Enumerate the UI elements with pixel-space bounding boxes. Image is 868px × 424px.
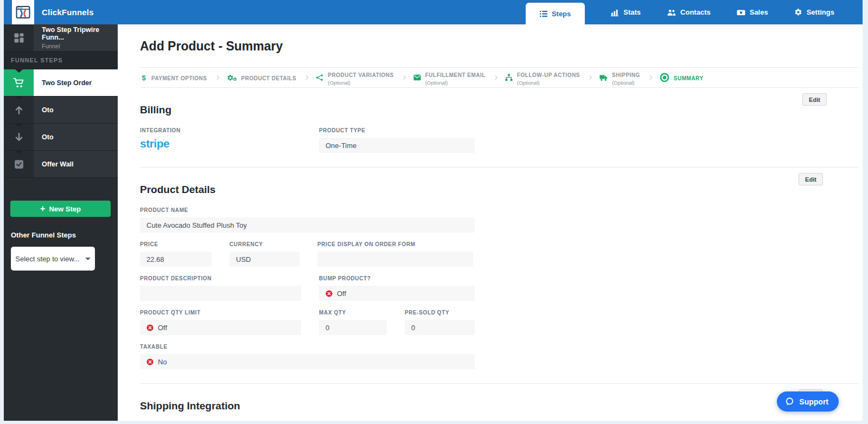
circle-x-icon xyxy=(326,290,333,297)
taxable-group: TAXABLE No xyxy=(140,344,475,369)
wizard-step-label: FOLLOW-UP ACTIONS xyxy=(517,72,580,78)
clickfunnels-logo-icon xyxy=(16,5,30,19)
status-text: Off xyxy=(158,324,167,332)
wizard-step-label: FULFILLMENT EMAIL xyxy=(425,72,486,78)
taxable-value: No xyxy=(140,354,475,369)
product-details-heading: Product Details xyxy=(140,184,859,196)
new-step-button[interactable]: + New Step xyxy=(10,201,111,217)
product-details-edit-button[interactable]: Edit xyxy=(799,173,823,185)
wizard-step-optional: (Optional) xyxy=(425,80,486,86)
product-type-value: One-Time xyxy=(319,138,475,153)
funnel-sidebar: Two Step Tripwire Funn... Funnel FUNNEL … xyxy=(4,24,118,421)
funnel-header[interactable]: Two Step Tripwire Funn... Funnel xyxy=(4,24,118,52)
wizard-step-label: PAYMENT OPTIONS xyxy=(151,75,207,81)
cart-icon xyxy=(13,78,25,88)
step-label: Oto xyxy=(34,124,118,150)
integration-label: INTEGRATION xyxy=(140,127,301,133)
qty-limit-value: Off xyxy=(140,320,301,335)
app-window: ClickFunnels Steps Stats xyxy=(4,0,863,421)
billing-edit-button[interactable]: Edit xyxy=(802,93,827,106)
status-text: No xyxy=(158,358,167,366)
step-select-dropdown[interactable]: Select step to view... xyxy=(11,247,95,271)
support-label: Support xyxy=(799,397,828,406)
grid-icon xyxy=(14,33,24,43)
product-type-group: PRODUCT TYPE One-Time xyxy=(319,127,475,153)
price-value: 22.68 xyxy=(140,252,212,267)
brand-title[interactable]: ClickFunnels xyxy=(42,8,94,17)
tab-label: Settings xyxy=(807,8,834,16)
tab-sales[interactable]: Sales xyxy=(737,8,768,16)
arrow-up-icon xyxy=(14,105,24,115)
gear-icon xyxy=(794,8,802,16)
sidebar-step-oto-1[interactable]: Oto xyxy=(4,97,118,124)
sitemap-icon xyxy=(505,74,513,81)
shipping-integration-section: Edit Shipping Integration INTEGRATION S … xyxy=(140,383,859,421)
taxable-label: TAXABLE xyxy=(140,344,475,350)
tab-steps[interactable]: Steps xyxy=(526,3,585,24)
other-funnel-steps-heading: Other Funnel Steps xyxy=(11,231,118,239)
circle-x-icon xyxy=(146,358,154,365)
presold-qty-group: PRE-SOLD QTY 0 xyxy=(405,310,475,335)
price-display-value xyxy=(317,252,473,267)
chevron-right-icon xyxy=(493,75,497,80)
wizard-step-follow-up-actions[interactable]: FOLLOW-UP ACTIONS (Optional) xyxy=(505,69,580,86)
price-display-label: PRICE DISPLAY ON ORDER FORM xyxy=(317,241,473,247)
wizard-step-optional: (Optional) xyxy=(612,80,640,86)
sidebar-step-two-step-order[interactable]: Two Step Order xyxy=(4,69,118,97)
max-qty-group: MAX QTY 0 xyxy=(319,310,387,335)
chart-icon xyxy=(611,9,619,16)
wizard-step-payment-options[interactable]: $ PAYMENT OPTIONS xyxy=(141,73,207,82)
tab-settings[interactable]: Settings xyxy=(794,8,834,16)
qty-limit-group: PRODUCT QTY LIMIT Off xyxy=(140,310,301,335)
main-content: Add Product - Summary $ PAYMENT OPTIONS … xyxy=(118,24,863,421)
wizard-step-summary[interactable]: SUMMARY xyxy=(660,73,704,82)
presold-qty-label: PRE-SOLD QTY xyxy=(405,310,475,316)
page-title: Add Product - Summary xyxy=(140,39,863,54)
people-icon xyxy=(667,9,676,16)
billing-heading: Billing xyxy=(140,104,863,116)
bump-product-value: Off xyxy=(319,286,475,301)
step-icon-cell xyxy=(4,151,34,177)
step-select-value: Select step to view... xyxy=(15,255,80,263)
circle-x-icon xyxy=(146,324,154,331)
step-icon-cell xyxy=(4,124,34,150)
gears-icon xyxy=(227,74,237,81)
funnel-title: Two Step Tripwire Funn... xyxy=(42,26,118,41)
sidebar-step-oto-2[interactable]: Oto xyxy=(4,124,118,151)
tab-stats[interactable]: Stats xyxy=(611,8,641,16)
stripe-logo: stripe xyxy=(140,138,301,149)
clickfunnels-logo[interactable] xyxy=(12,0,34,24)
tab-label: Steps xyxy=(552,10,571,18)
currency-label: CURRENCY xyxy=(229,241,299,247)
currency-value: USD xyxy=(229,252,299,267)
funnel-steps-heading: FUNNEL STEPS xyxy=(4,52,118,69)
tab-label: Stats xyxy=(623,8,641,16)
price-group: PRICE 22.68 xyxy=(140,241,212,267)
wizard-step-fulfillment-email[interactable]: FULFILLMENT EMAIL (Optional) xyxy=(413,69,486,86)
step-icon-cell xyxy=(4,69,34,96)
support-button[interactable]: Support xyxy=(777,391,839,412)
price-label: PRICE xyxy=(140,241,212,247)
envelope-icon xyxy=(413,74,421,81)
wizard-step-label: PRODUCT DETAILS xyxy=(241,75,297,81)
chat-bubble-icon xyxy=(785,397,794,406)
chevron-right-icon xyxy=(648,75,652,80)
main-tabs: Steps Stats Contacts xyxy=(526,0,834,24)
max-qty-value: 0 xyxy=(319,320,387,335)
truck-icon xyxy=(599,74,608,81)
wizard-step-shipping[interactable]: SHIPPING (Optional) xyxy=(599,69,640,86)
wizard-step-product-variations[interactable]: PRODUCT VARIATIONS (Optional) xyxy=(316,69,393,86)
checkbox-icon xyxy=(14,159,24,169)
presold-qty-value: 0 xyxy=(405,320,475,335)
tab-contacts[interactable]: Contacts xyxy=(667,8,711,16)
step-label: Two Step Order xyxy=(34,69,118,96)
description-label: PRODUCT DESCRIPTION xyxy=(140,275,301,281)
status-text: Off xyxy=(337,290,346,298)
step-label: Oto xyxy=(34,97,118,123)
chevron-right-icon xyxy=(214,75,219,80)
sidebar-step-offer-wall[interactable]: Offer Wall xyxy=(4,151,118,178)
wizard-step-product-details[interactable]: PRODUCT DETAILS xyxy=(227,73,297,82)
funnel-header-icon-cell xyxy=(4,24,34,51)
arrow-down-icon xyxy=(14,132,24,142)
product-name-label: PRODUCT NAME xyxy=(140,207,475,213)
